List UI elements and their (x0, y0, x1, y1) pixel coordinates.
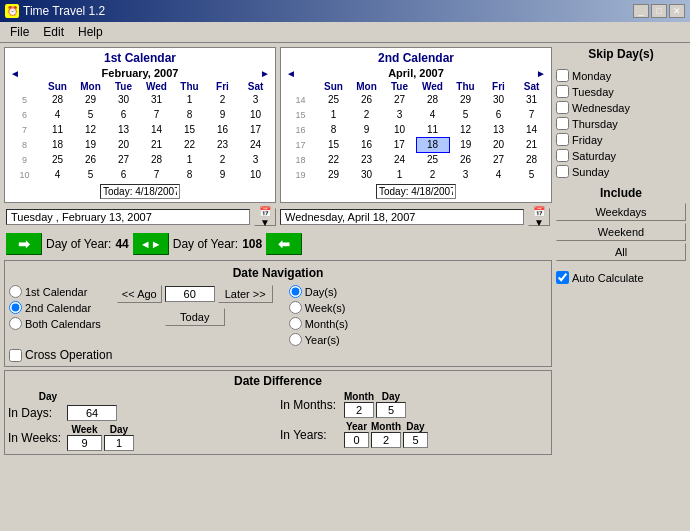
cal2-day-cell[interactable]: 25 (317, 92, 350, 107)
cal1-today-input[interactable]: Today: 4/18/2007 (100, 184, 180, 199)
cal1-day-cell[interactable]: 7 (140, 167, 173, 182)
diff-day2-input[interactable]: 1 (104, 435, 134, 451)
cal2-day-cell[interactable]: 28 (515, 152, 548, 167)
cal1-day-cell[interactable]: 17 (239, 122, 272, 137)
menu-file[interactable]: File (4, 24, 35, 40)
cal2-day-cell[interactable]: 2 (416, 167, 449, 182)
cal1-day-cell[interactable]: 8 (173, 167, 206, 182)
cal1-day-cell[interactable]: 9 (206, 167, 239, 182)
unit-weeks-radio[interactable] (289, 301, 302, 314)
unit-years-radio[interactable] (289, 333, 302, 346)
all-button[interactable]: All (556, 243, 686, 261)
cal1-day-cell[interactable]: 28 (41, 92, 74, 107)
cal2-day-cell[interactable]: 11 (416, 122, 449, 137)
cal2-next-button[interactable]: ► (534, 68, 548, 79)
cal1-day-cell[interactable]: 25 (41, 152, 74, 167)
cal2-day-cell[interactable]: 15 (317, 137, 350, 152)
diff-indays-input[interactable]: 64 (67, 405, 117, 421)
skip-wednesday-checkbox[interactable] (556, 101, 569, 114)
cal1-day-cell[interactable]: 11 (41, 122, 74, 137)
cal2-day-cell[interactable]: 10 (383, 122, 416, 137)
diff-year-day-input[interactable]: 5 (403, 432, 428, 448)
cal2-day-cell[interactable]: 26 (449, 152, 482, 167)
today-button[interactable]: Today (165, 308, 225, 326)
cal1-day-cell[interactable]: 2 (206, 152, 239, 167)
cal1-day-cell[interactable]: 6 (107, 107, 140, 122)
forward-arrow-button[interactable]: ➡ (6, 233, 42, 255)
diff-month-day-input[interactable]: 5 (376, 402, 406, 418)
cal1-day-cell[interactable]: 5 (74, 107, 107, 122)
skip-thursday-checkbox[interactable] (556, 117, 569, 130)
cal1-day-cell[interactable]: 3 (239, 92, 272, 107)
cal1-day-cell[interactable]: 24 (239, 137, 272, 152)
cal1-day-cell[interactable]: 9 (206, 107, 239, 122)
cal2-day-cell[interactable]: 1 (317, 107, 350, 122)
skip-saturday-checkbox[interactable] (556, 149, 569, 162)
cal2-day-cell[interactable]: 3 (449, 167, 482, 182)
menu-edit[interactable]: Edit (37, 24, 70, 40)
cal2-day-cell[interactable]: 19 (449, 137, 482, 152)
diff-week-input[interactable]: 9 (67, 435, 102, 451)
cal1-day-cell[interactable]: 7 (140, 107, 173, 122)
close-button[interactable]: ✕ (669, 4, 685, 18)
both-arrows-button[interactable]: ◄► (133, 233, 169, 255)
cal1-day-cell[interactable]: 20 (107, 137, 140, 152)
weekend-button[interactable]: Weekend (556, 223, 686, 241)
cal2-day-cell[interactable]: 17 (383, 137, 416, 152)
cal2-day-cell[interactable]: 18 (416, 137, 449, 152)
cal1-day-cell[interactable]: 27 (107, 152, 140, 167)
skip-tuesday-checkbox[interactable] (556, 85, 569, 98)
diff-year-input[interactable]: 0 (344, 432, 369, 448)
cal1-day-cell[interactable]: 1 (173, 152, 206, 167)
cal2-day-cell[interactable]: 20 (482, 137, 515, 152)
cal2-day-cell[interactable]: 27 (383, 92, 416, 107)
cal1-day-cell[interactable]: 31 (140, 92, 173, 107)
cal2-day-cell[interactable]: 31 (515, 92, 548, 107)
cal2-day-cell[interactable]: 1 (383, 167, 416, 182)
radio-both[interactable] (9, 317, 22, 330)
cal1-day-cell[interactable]: 3 (239, 152, 272, 167)
cal2-day-cell[interactable]: 29 (317, 167, 350, 182)
radio-cal1[interactable] (9, 285, 22, 298)
backward-arrow-button[interactable]: ⬅ (266, 233, 302, 255)
cal1-next-button[interactable]: ► (258, 68, 272, 79)
cal1-day-cell[interactable]: 10 (239, 107, 272, 122)
ago-button[interactable]: << Ago (117, 285, 162, 303)
cal1-day-cell[interactable]: 18 (41, 137, 74, 152)
cal1-day-cell[interactable]: 10 (239, 167, 272, 182)
cal1-icon-button[interactable]: 📅▼ (254, 208, 276, 226)
skip-monday-checkbox[interactable] (556, 69, 569, 82)
skip-friday-checkbox[interactable] (556, 133, 569, 146)
cal2-day-cell[interactable]: 26 (350, 92, 383, 107)
cal1-day-cell[interactable]: 12 (74, 122, 107, 137)
cal2-day-cell[interactable]: 14 (515, 122, 548, 137)
cal2-day-cell[interactable]: 30 (350, 167, 383, 182)
cal1-day-cell[interactable]: 16 (206, 122, 239, 137)
cal1-day-cell[interactable]: 1 (173, 92, 206, 107)
cal2-today-input[interactable]: Today: 4/18/2007 (376, 184, 456, 199)
cal2-day-cell[interactable]: 24 (383, 152, 416, 167)
cal2-day-cell[interactable]: 5 (449, 107, 482, 122)
cal2-day-cell[interactable]: 28 (416, 92, 449, 107)
cal1-day-cell[interactable]: 29 (74, 92, 107, 107)
cal2-day-cell[interactable]: 12 (449, 122, 482, 137)
cal2-day-cell[interactable]: 5 (515, 167, 548, 182)
cal2-day-cell[interactable]: 25 (416, 152, 449, 167)
skip-sunday-checkbox[interactable] (556, 165, 569, 178)
weekdays-button[interactable]: Weekdays (556, 203, 686, 221)
cal2-day-cell[interactable]: 7 (515, 107, 548, 122)
cal1-day-cell[interactable]: 2 (206, 92, 239, 107)
cal2-day-cell[interactable]: 8 (317, 122, 350, 137)
cal2-day-cell[interactable]: 29 (449, 92, 482, 107)
cal1-day-cell[interactable]: 6 (107, 167, 140, 182)
cal2-day-cell[interactable]: 4 (416, 107, 449, 122)
cal2-day-cell[interactable]: 4 (482, 167, 515, 182)
cal1-day-cell[interactable]: 21 (140, 137, 173, 152)
cal2-day-cell[interactable]: 3 (383, 107, 416, 122)
cal2-day-cell[interactable]: 9 (350, 122, 383, 137)
cal2-day-cell[interactable]: 21 (515, 137, 548, 152)
cal1-day-cell[interactable]: 4 (41, 107, 74, 122)
later-button[interactable]: Later >> (218, 285, 273, 303)
cal1-day-cell[interactable]: 23 (206, 137, 239, 152)
cal1-prev-button[interactable]: ◄ (8, 68, 22, 79)
